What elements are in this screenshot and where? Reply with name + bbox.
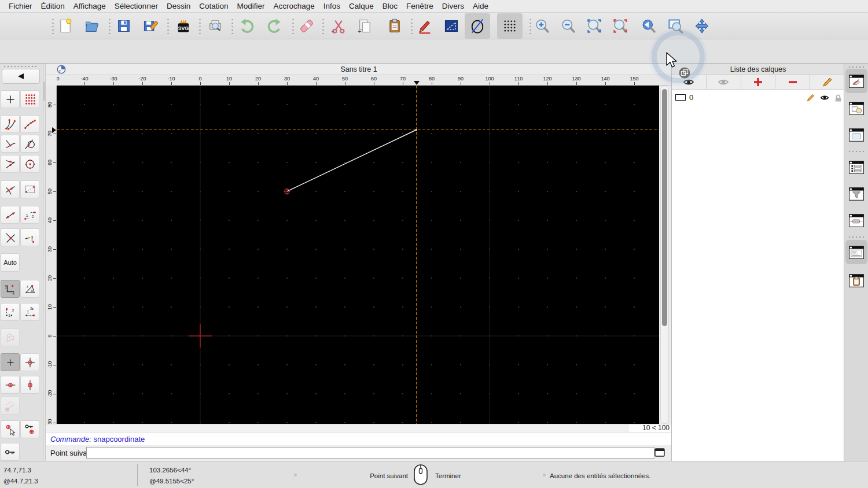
dock-command-line-button[interactable] [847, 243, 866, 261]
snap-perpendicular-button[interactable] [1, 135, 20, 153]
command-history-value: snapcoordinate [93, 435, 145, 443]
toolbar-handle[interactable] [848, 66, 865, 68]
menu-item-fenetre[interactable]: Fenêtre [406, 2, 433, 10]
menu-item-divers[interactable]: Divers [442, 2, 464, 10]
layer-edit-pencil-icon[interactable] [806, 93, 815, 102]
restrict-nothing-icon [3, 356, 17, 369]
toolbar-handle[interactable] [3, 65, 39, 68]
edit-layer-button[interactable] [810, 75, 844, 90]
snap-distance-manual-button[interactable]: 12 [20, 206, 39, 224]
layer-lock-icon[interactable] [834, 93, 843, 102]
pan-button[interactable] [692, 16, 712, 36]
command-input[interactable] [86, 447, 654, 459]
previous-view-button[interactable] [638, 16, 659, 36]
auto-zoom-button[interactable] [584, 16, 605, 36]
snap-distance-button[interactable] [1, 206, 20, 224]
ruler-x-label: 0 [192, 76, 209, 82]
lock-relative-zero-button[interactable] [20, 420, 39, 438]
reference-point-1-button[interactable]: 12 [1, 303, 20, 321]
snap-endpoint-button[interactable] [1, 115, 20, 133]
dock-filter-button[interactable] [847, 185, 866, 202]
snap-nearest-button[interactable] [1, 180, 20, 198]
reference-point-2-button[interactable]: 12 [20, 303, 39, 321]
restrict-horizontal-button[interactable] [1, 376, 20, 394]
drawing-canvas[interactable] [57, 86, 659, 424]
restrict-orthogonal-button[interactable] [20, 353, 39, 371]
dock-block-list-button[interactable] [847, 99, 866, 117]
menu-item-infos[interactable]: Infos [323, 2, 340, 10]
copy-button[interactable]: + [355, 16, 376, 36]
dock-library-browser-button[interactable] [847, 126, 866, 143]
draw-pen-button[interactable] [414, 16, 435, 36]
command-options-icon[interactable] [654, 448, 665, 457]
layer-panel-title[interactable]: Liste des calques [672, 64, 844, 75]
menu-item-accrochage[interactable]: Accrochage [273, 2, 314, 10]
document-title-bar[interactable]: Sans titre 1 [46, 64, 672, 75]
zoom-window-button[interactable] [665, 16, 686, 36]
snap-auto-button[interactable]: Auto [1, 253, 20, 272]
vertical-scrollbar-thumb[interactable] [662, 89, 667, 326]
snap-back-button[interactable] [2, 69, 40, 84]
layer-visible-eye-icon[interactable] [820, 93, 829, 102]
menu-item-modifier[interactable]: Modifier [237, 2, 264, 10]
menu-item-aide[interactable]: Aide [473, 2, 488, 10]
snap-endpoint-icon [3, 118, 17, 131]
menu-item-dessin[interactable]: Dessin [167, 2, 190, 10]
restrict-nothing-button[interactable] [1, 353, 20, 371]
snap-on-entity-button[interactable] [20, 115, 39, 133]
menu-item-fichier[interactable]: Fichier [9, 2, 32, 10]
dock-clipboard-button[interactable] [847, 272, 866, 289]
cut-button[interactable]: + [328, 16, 349, 36]
snap-reference-button[interactable] [20, 180, 39, 198]
snap-tangential-icon [23, 138, 37, 150]
coordinate-cartesian-button[interactable]: yx [1, 280, 20, 298]
set-relative-zero-button[interactable] [1, 420, 20, 438]
save-button[interactable] [113, 16, 134, 36]
redraw-button[interactable] [610, 16, 631, 36]
save-as-button[interactable] [140, 16, 161, 36]
show-all-layers-button[interactable] [672, 75, 707, 90]
snap-intersection-button[interactable] [1, 228, 20, 246]
layer-color-swatch[interactable] [675, 94, 686, 101]
erase-button[interactable] [296, 16, 317, 36]
dock-entity-list-button[interactable] [847, 158, 866, 176]
menu-item-calque[interactable]: Calque [349, 2, 374, 10]
vertical-scrollbar[interactable] [660, 86, 669, 424]
relative-zero-key-button[interactable] [1, 443, 20, 461]
undo-button[interactable] [237, 16, 258, 36]
dock-measure-button[interactable] [847, 212, 866, 229]
zoom-in-button[interactable] [532, 16, 553, 36]
snap-grid-button[interactable] [20, 90, 39, 108]
restrict-angle-button[interactable] [1, 397, 20, 415]
menu-item-cotation[interactable]: Cotation [199, 2, 228, 10]
add-layer-button[interactable] [741, 75, 776, 90]
redo-button[interactable] [263, 16, 284, 36]
print-preview-button[interactable] [205, 16, 226, 36]
svg-export-button[interactable]: SVG [173, 16, 194, 36]
paste-button[interactable] [384, 16, 405, 36]
zoom-out-button[interactable] [558, 16, 579, 36]
snap-center-button[interactable] [20, 155, 39, 173]
hide-all-layers-button[interactable] [707, 75, 741, 90]
coordinate-polar-button[interactable]: ra [20, 280, 39, 298]
tool-extra-button[interactable] [1, 328, 20, 346]
menu-item-selectionner[interactable]: Sélectionner [115, 2, 158, 10]
new-button[interactable] [55, 16, 76, 36]
ellipse-button[interactable] [465, 13, 490, 39]
snap-intersection-manual-button[interactable]: ! [20, 228, 39, 246]
menu-item-bloc[interactable]: Bloc [382, 2, 398, 10]
ruler-y-tick [53, 336, 56, 337]
grid-toggle-button[interactable] [497, 13, 523, 39]
rectangle-button[interactable] [441, 16, 462, 36]
snap-middle-button[interactable] [1, 155, 20, 173]
ruler-x-tick [113, 82, 114, 85]
remove-layer-button[interactable] [775, 75, 810, 90]
layer-row[interactable]: 0 [672, 91, 844, 105]
snap-free-button[interactable] [1, 90, 20, 108]
open-button[interactable] [82, 16, 102, 36]
menu-item-affichage[interactable]: Affichage [73, 2, 106, 10]
menu-item-edition[interactable]: Édition [41, 2, 65, 10]
dock-layer-list-button[interactable] [847, 72, 866, 90]
restrict-vertical-button[interactable] [20, 376, 39, 394]
snap-tangential-button[interactable] [20, 135, 39, 153]
